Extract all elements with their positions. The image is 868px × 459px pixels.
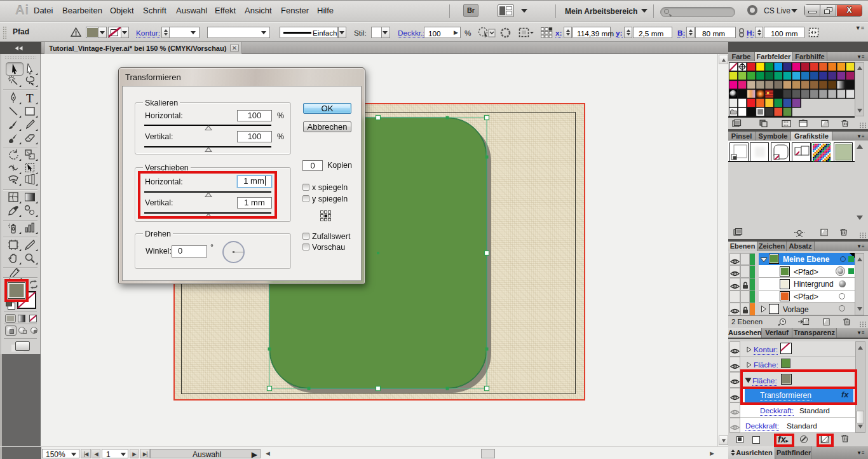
svg-text:T: T (26, 92, 34, 105)
